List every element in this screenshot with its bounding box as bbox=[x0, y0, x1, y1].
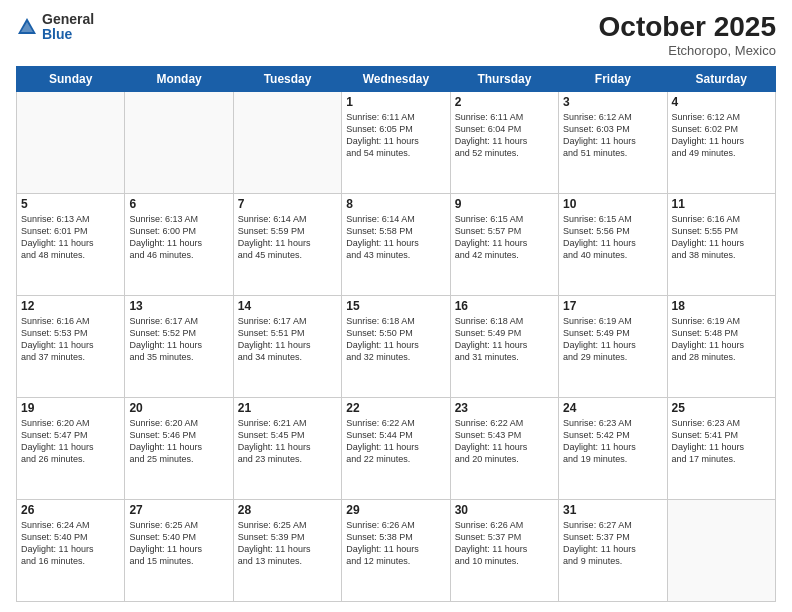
day-info: Sunrise: 6:20 AMSunset: 5:46 PMDaylight:… bbox=[129, 417, 228, 466]
weekday-header-sunday: Sunday bbox=[17, 66, 125, 91]
day-info: Sunrise: 6:16 AMSunset: 5:53 PMDaylight:… bbox=[21, 315, 120, 364]
day-cell-11: 11Sunrise: 6:16 AMSunset: 5:55 PMDayligh… bbox=[667, 193, 775, 295]
week-row-1: 1Sunrise: 6:11 AMSunset: 6:05 PMDaylight… bbox=[17, 91, 776, 193]
day-cell-21: 21Sunrise: 6:21 AMSunset: 5:45 PMDayligh… bbox=[233, 397, 341, 499]
day-cell-12: 12Sunrise: 6:16 AMSunset: 5:53 PMDayligh… bbox=[17, 295, 125, 397]
day-number: 30 bbox=[455, 503, 554, 517]
day-info: Sunrise: 6:13 AMSunset: 6:01 PMDaylight:… bbox=[21, 213, 120, 262]
day-cell-31: 31Sunrise: 6:27 AMSunset: 5:37 PMDayligh… bbox=[559, 499, 667, 601]
day-info: Sunrise: 6:19 AMSunset: 5:48 PMDaylight:… bbox=[672, 315, 771, 364]
calendar-table: SundayMondayTuesdayWednesdayThursdayFrid… bbox=[16, 66, 776, 602]
day-info: Sunrise: 6:22 AMSunset: 5:43 PMDaylight:… bbox=[455, 417, 554, 466]
day-info: Sunrise: 6:19 AMSunset: 5:49 PMDaylight:… bbox=[563, 315, 662, 364]
subtitle: Etchoropo, Mexico bbox=[599, 43, 776, 58]
day-info: Sunrise: 6:11 AMSunset: 6:05 PMDaylight:… bbox=[346, 111, 445, 160]
day-info: Sunrise: 6:15 AMSunset: 5:57 PMDaylight:… bbox=[455, 213, 554, 262]
logo-blue: Blue bbox=[42, 27, 94, 42]
day-cell-20: 20Sunrise: 6:20 AMSunset: 5:46 PMDayligh… bbox=[125, 397, 233, 499]
day-info: Sunrise: 6:11 AMSunset: 6:04 PMDaylight:… bbox=[455, 111, 554, 160]
day-number: 14 bbox=[238, 299, 337, 313]
week-row-5: 26Sunrise: 6:24 AMSunset: 5:40 PMDayligh… bbox=[17, 499, 776, 601]
day-cell-23: 23Sunrise: 6:22 AMSunset: 5:43 PMDayligh… bbox=[450, 397, 558, 499]
day-info: Sunrise: 6:22 AMSunset: 5:44 PMDaylight:… bbox=[346, 417, 445, 466]
week-row-2: 5Sunrise: 6:13 AMSunset: 6:01 PMDaylight… bbox=[17, 193, 776, 295]
day-number: 20 bbox=[129, 401, 228, 415]
weekday-header-row: SundayMondayTuesdayWednesdayThursdayFrid… bbox=[17, 66, 776, 91]
day-info: Sunrise: 6:14 AMSunset: 5:58 PMDaylight:… bbox=[346, 213, 445, 262]
day-number: 25 bbox=[672, 401, 771, 415]
weekday-header-wednesday: Wednesday bbox=[342, 66, 450, 91]
day-number: 26 bbox=[21, 503, 120, 517]
day-number: 2 bbox=[455, 95, 554, 109]
day-info: Sunrise: 6:25 AMSunset: 5:39 PMDaylight:… bbox=[238, 519, 337, 568]
day-number: 29 bbox=[346, 503, 445, 517]
day-info: Sunrise: 6:18 AMSunset: 5:50 PMDaylight:… bbox=[346, 315, 445, 364]
day-number: 21 bbox=[238, 401, 337, 415]
day-number: 6 bbox=[129, 197, 228, 211]
day-number: 22 bbox=[346, 401, 445, 415]
weekday-header-saturday: Saturday bbox=[667, 66, 775, 91]
week-row-4: 19Sunrise: 6:20 AMSunset: 5:47 PMDayligh… bbox=[17, 397, 776, 499]
weekday-header-thursday: Thursday bbox=[450, 66, 558, 91]
day-info: Sunrise: 6:23 AMSunset: 5:41 PMDaylight:… bbox=[672, 417, 771, 466]
day-info: Sunrise: 6:17 AMSunset: 5:51 PMDaylight:… bbox=[238, 315, 337, 364]
day-number: 3 bbox=[563, 95, 662, 109]
day-info: Sunrise: 6:25 AMSunset: 5:40 PMDaylight:… bbox=[129, 519, 228, 568]
day-number: 27 bbox=[129, 503, 228, 517]
day-number: 15 bbox=[346, 299, 445, 313]
day-number: 18 bbox=[672, 299, 771, 313]
empty-cell bbox=[233, 91, 341, 193]
logo: General Blue bbox=[16, 12, 94, 43]
day-number: 19 bbox=[21, 401, 120, 415]
day-number: 13 bbox=[129, 299, 228, 313]
day-cell-4: 4Sunrise: 6:12 AMSunset: 6:02 PMDaylight… bbox=[667, 91, 775, 193]
empty-cell bbox=[17, 91, 125, 193]
day-cell-8: 8Sunrise: 6:14 AMSunset: 5:58 PMDaylight… bbox=[342, 193, 450, 295]
logo-text: General Blue bbox=[42, 12, 94, 43]
day-number: 12 bbox=[21, 299, 120, 313]
day-cell-28: 28Sunrise: 6:25 AMSunset: 5:39 PMDayligh… bbox=[233, 499, 341, 601]
day-cell-13: 13Sunrise: 6:17 AMSunset: 5:52 PMDayligh… bbox=[125, 295, 233, 397]
day-number: 1 bbox=[346, 95, 445, 109]
day-number: 28 bbox=[238, 503, 337, 517]
day-info: Sunrise: 6:14 AMSunset: 5:59 PMDaylight:… bbox=[238, 213, 337, 262]
day-cell-14: 14Sunrise: 6:17 AMSunset: 5:51 PMDayligh… bbox=[233, 295, 341, 397]
header: General Blue October 2025 Etchoropo, Mex… bbox=[16, 12, 776, 58]
logo-general: General bbox=[42, 12, 94, 27]
logo-icon bbox=[16, 16, 38, 38]
day-info: Sunrise: 6:24 AMSunset: 5:40 PMDaylight:… bbox=[21, 519, 120, 568]
day-cell-30: 30Sunrise: 6:26 AMSunset: 5:37 PMDayligh… bbox=[450, 499, 558, 601]
day-number: 7 bbox=[238, 197, 337, 211]
day-cell-15: 15Sunrise: 6:18 AMSunset: 5:50 PMDayligh… bbox=[342, 295, 450, 397]
day-cell-7: 7Sunrise: 6:14 AMSunset: 5:59 PMDaylight… bbox=[233, 193, 341, 295]
day-cell-3: 3Sunrise: 6:12 AMSunset: 6:03 PMDaylight… bbox=[559, 91, 667, 193]
day-info: Sunrise: 6:18 AMSunset: 5:49 PMDaylight:… bbox=[455, 315, 554, 364]
day-info: Sunrise: 6:23 AMSunset: 5:42 PMDaylight:… bbox=[563, 417, 662, 466]
day-cell-26: 26Sunrise: 6:24 AMSunset: 5:40 PMDayligh… bbox=[17, 499, 125, 601]
day-cell-19: 19Sunrise: 6:20 AMSunset: 5:47 PMDayligh… bbox=[17, 397, 125, 499]
week-row-3: 12Sunrise: 6:16 AMSunset: 5:53 PMDayligh… bbox=[17, 295, 776, 397]
title-block: October 2025 Etchoropo, Mexico bbox=[599, 12, 776, 58]
day-cell-2: 2Sunrise: 6:11 AMSunset: 6:04 PMDaylight… bbox=[450, 91, 558, 193]
day-number: 24 bbox=[563, 401, 662, 415]
day-cell-1: 1Sunrise: 6:11 AMSunset: 6:05 PMDaylight… bbox=[342, 91, 450, 193]
day-cell-25: 25Sunrise: 6:23 AMSunset: 5:41 PMDayligh… bbox=[667, 397, 775, 499]
day-cell-9: 9Sunrise: 6:15 AMSunset: 5:57 PMDaylight… bbox=[450, 193, 558, 295]
day-cell-29: 29Sunrise: 6:26 AMSunset: 5:38 PMDayligh… bbox=[342, 499, 450, 601]
day-cell-27: 27Sunrise: 6:25 AMSunset: 5:40 PMDayligh… bbox=[125, 499, 233, 601]
day-number: 5 bbox=[21, 197, 120, 211]
day-number: 10 bbox=[563, 197, 662, 211]
day-number: 17 bbox=[563, 299, 662, 313]
weekday-header-tuesday: Tuesday bbox=[233, 66, 341, 91]
day-info: Sunrise: 6:15 AMSunset: 5:56 PMDaylight:… bbox=[563, 213, 662, 262]
day-info: Sunrise: 6:27 AMSunset: 5:37 PMDaylight:… bbox=[563, 519, 662, 568]
day-info: Sunrise: 6:21 AMSunset: 5:45 PMDaylight:… bbox=[238, 417, 337, 466]
day-info: Sunrise: 6:13 AMSunset: 6:00 PMDaylight:… bbox=[129, 213, 228, 262]
day-info: Sunrise: 6:26 AMSunset: 5:38 PMDaylight:… bbox=[346, 519, 445, 568]
day-number: 11 bbox=[672, 197, 771, 211]
empty-cell bbox=[667, 499, 775, 601]
day-number: 4 bbox=[672, 95, 771, 109]
day-number: 31 bbox=[563, 503, 662, 517]
day-info: Sunrise: 6:12 AMSunset: 6:02 PMDaylight:… bbox=[672, 111, 771, 160]
month-title: October 2025 bbox=[599, 12, 776, 43]
